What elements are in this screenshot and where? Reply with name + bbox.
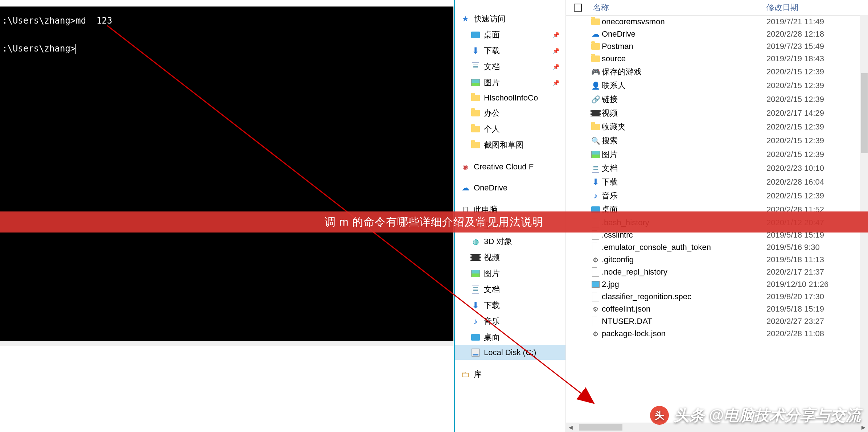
hscroll-thumb[interactable] [579,424,622,431]
down-icon: ⬇ [471,46,480,55]
file-name: 搜索 [602,135,766,146]
star-icon: ★ [461,14,470,24]
pic-icon [471,78,480,87]
file-row[interactable]: classifier_regonition.spec2019/8/20 17:3… [566,291,868,303]
cmd-terminal[interactable]: :\Users\zhang>md 123 :\Users\zhang> [0,7,453,63]
video-icon [471,253,480,262]
nav-item-7[interactable]: 个人 [455,121,565,137]
file-date: 2020/2/15 12:39 [766,67,868,77]
file-date: 2020/2/15 12:39 [766,136,868,145]
nav-item-18[interactable]: ♪音乐 [455,313,565,329]
nav-item-2[interactable]: ⬇下载📌 [455,43,565,59]
nav-item-label: 下载 [484,300,565,311]
nav-item-0[interactable]: ★快速访问 [455,11,565,27]
file-row[interactable]: onecoremsvsmon2019/7/21 11:49 [566,16,868,28]
nav-item-8[interactable]: 截图和草图 [455,137,565,153]
nav-item-4[interactable]: 图片📌 [455,75,565,91]
file-row[interactable]: .emulator_console_auth_token2019/5/16 9:… [566,241,868,254]
header-date[interactable]: 修改日期 [766,2,868,13]
doc-icon [471,285,480,294]
file-date: 2020/2/15 12:39 [766,191,868,201]
header-name[interactable]: 名称 [589,2,766,13]
nav-item-6[interactable]: 办公 [455,105,565,121]
nav-item-5[interactable]: HlschoolInfoCo [455,91,565,105]
file-name: .emulator_console_auth_token [602,243,766,252]
file-date: 2020/2/15 12:39 [766,95,868,104]
video-icon [592,110,600,116]
nav-item-label: 图片 [484,77,552,88]
file-row[interactable]: ⬇下载2020/2/28 16:04 [566,175,868,189]
nav-item-19[interactable]: 桌面 [455,329,565,345]
file-row[interactable]: ⚙package-lock.json2020/2/28 11:08 [566,328,868,340]
file-row[interactable]: 收藏夹2020/2/15 12:39 [566,120,868,134]
folder-icon [591,18,600,25]
nav-item-16[interactable]: 文档 [455,281,565,297]
scroll-left-icon[interactable]: ◀ [566,423,575,432]
nav-item-17[interactable]: ⬇下载 [455,297,565,313]
file-date: 2019/2/19 18:43 [766,54,868,63]
file-date: 2020/2/23 10:10 [766,164,868,173]
file-row[interactable]: 文档2020/2/23 10:10 [566,161,868,175]
file-name: 2.jpg [602,280,766,289]
file-row[interactable]: ♪音乐2020/2/15 12:39 [566,189,868,203]
down-icon: ⬇ [471,301,480,310]
nav-item-label: Creative Cloud F [474,162,565,172]
cmd-line-1: :\Users\zhang>md 123 [2,16,112,26]
nav-item-9[interactable]: ◉Creative Cloud F [455,160,565,174]
file-name: Postman [602,42,766,51]
nav-item-15[interactable]: 图片 [455,266,565,281]
file-row[interactable]: 🔗链接2020/2/15 12:39 [566,92,868,106]
file-row[interactable]: NTUSER.DAT2020/2/27 23:27 [566,315,868,328]
nav-item-label: 办公 [484,108,565,119]
nav-item-label: 截图和草图 [484,140,565,151]
link-icon: 🔗 [591,95,600,104]
file-name: source [602,54,766,63]
nav-item-label: OneDrive [474,183,565,193]
json-icon: ⚙ [593,255,598,264]
nav-item-20[interactable]: Local Disk (C:) [455,345,565,360]
nav-item-label: 快速访问 [474,13,565,24]
vscroll-thumb[interactable] [861,73,868,153]
nav-item-10[interactable]: ☁OneDrive [455,181,565,195]
file-date: 2020/2/28 16:04 [766,177,868,187]
file-name: 文档 [602,163,766,174]
nav-item-14[interactable]: 视频 [455,250,565,266]
file-row[interactable]: ☁OneDrive2020/2/28 12:18 [566,28,868,40]
file-row[interactable]: Postman2019/7/23 15:49 [566,40,868,53]
file-row[interactable]: 🔍搜索2020/2/15 12:39 [566,134,868,148]
cc-icon: ◉ [461,162,470,172]
nav-item-21[interactable]: 🗀库 [455,366,565,382]
file-row[interactable]: 图片2020/2/15 12:39 [566,148,868,161]
file-row[interactable]: ⚙coffeelint.json2019/5/18 15:19 [566,303,868,315]
monitor-icon [471,30,480,40]
pin-icon: 📌 [552,79,559,86]
img-icon [592,281,600,288]
disk-icon [471,348,480,357]
nav-item-13[interactable]: ◍3D 对象 [455,234,565,250]
pin-icon: 📌 [552,32,559,38]
nav-item-label: 库 [474,369,565,380]
folder-icon [471,124,480,134]
file-date: 2020/2/27 23:27 [766,317,868,326]
file-date: 2019/7/23 15:49 [766,42,868,51]
file-row[interactable]: 视频2020/2/17 14:29 [566,106,868,120]
file-date: 2019/5/18 11:13 [766,255,868,264]
file-name: OneDrive [602,29,766,39]
file-name: package-lock.json [602,329,766,338]
file-date: 2020/2/17 21:37 [766,267,868,277]
file-row[interactable]: .node_repl_history2020/2/17 21:37 [566,266,868,278]
cmd-bottom-border [0,341,453,346]
folder-icon [591,55,600,62]
nav-item-label: Local Disk (C:) [484,348,565,357]
file-row[interactable]: 🎮保存的游戏2020/2/15 12:39 [566,65,868,79]
header-checkbox[interactable] [566,2,589,13]
file-row[interactable]: 👤联系人2020/2/15 12:39 [566,79,868,92]
file-row[interactable]: 2.jpg2019/12/10 21:26 [566,278,868,291]
cloud-icon: ☁ [461,183,470,193]
watermark: 头 头条 @电脑技术分享与交流 [650,405,861,425]
file-row[interactable]: ⚙.gitconfig2019/5/18 11:13 [566,254,868,266]
nav-item-3[interactable]: 文档📌 [455,59,565,75]
nav-item-label: 图片 [484,268,565,279]
file-row[interactable]: source2019/2/19 18:43 [566,53,868,65]
nav-item-1[interactable]: 桌面📌 [455,27,565,43]
